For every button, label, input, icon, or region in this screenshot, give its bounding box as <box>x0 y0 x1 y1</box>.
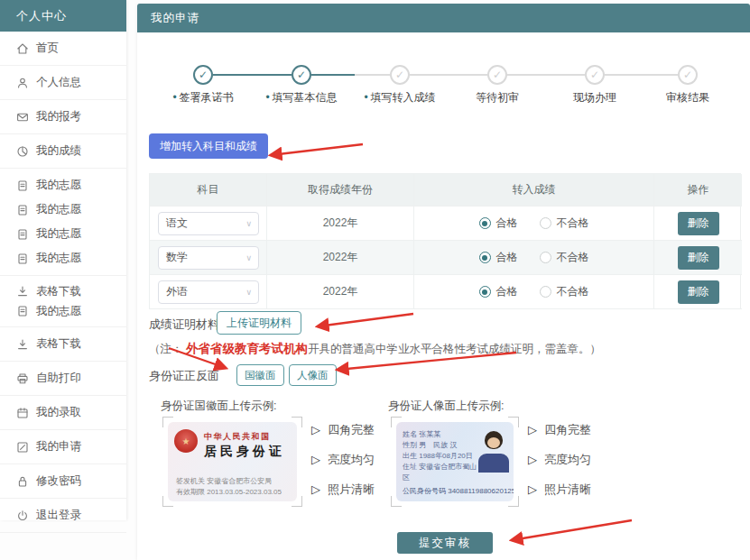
document-icon <box>16 179 29 192</box>
sidebar-wishes-group: 我的志愿 我的志愿 我的志愿 我的志愿 <box>0 169 126 276</box>
submit-review-button[interactable]: 提交审核 <box>397 532 493 554</box>
check-icon: ✓ <box>199 69 208 81</box>
radio-button-icon[interactable] <box>479 217 491 229</box>
table-cell-year: 2022年 <box>267 275 414 309</box>
upload-emblem-side-button[interactable]: 国徽面 <box>236 364 284 386</box>
step-bullet-icon: • <box>265 91 269 104</box>
step-2-circle: ✓ <box>292 65 311 85</box>
sidebar-item-admission[interactable]: 我的录取 <box>0 396 126 430</box>
radio-button-icon[interactable] <box>540 286 551 298</box>
sidebar-item-label: 我的志愿 <box>36 304 81 319</box>
sidebar-item-profile[interactable]: 个人信息 <box>0 66 126 100</box>
table-cell-year: 2022年 <box>267 241 414 275</box>
sidebar-item-label: 个人信息 <box>36 75 81 90</box>
table-cell-score: 合格 不合格 <box>414 241 654 275</box>
lock-icon <box>16 475 29 488</box>
triangle-icon: ▷ <box>528 482 537 496</box>
radio-fail[interactable]: 不合格 <box>540 216 589 231</box>
portrait-example-title: 身份证人像面上传示例: <box>388 399 504 414</box>
id-card-label: 身份证正反面 <box>149 368 219 384</box>
sidebar-item-form-download-1[interactable]: 表格下载 <box>0 281 126 301</box>
radio-fail[interactable]: 不合格 <box>540 284 589 299</box>
upload-proof-button[interactable]: 上传证明材料 <box>217 311 301 335</box>
page-title: 我的申请 <box>151 12 199 24</box>
proof-material-label: 成绩证明材料 <box>149 317 219 333</box>
step-5-label: 现场办理 <box>545 90 644 106</box>
emblem-example-title: 身份证国徽面上传示例: <box>161 399 276 414</box>
sidebar-item-label: 我的志愿 <box>36 202 81 217</box>
national-emblem-icon: ★ <box>174 429 198 453</box>
sidebar-item-scores[interactable]: 我的成绩 <box>0 134 126 169</box>
sidebar-header: 个人中心 <box>0 0 126 32</box>
table-cell-subject: 外语 ∨ <box>150 275 267 309</box>
checklist-item: ▷照片清晰 <box>311 480 375 499</box>
sidebar-item-wishes-1[interactable]: 我的志愿 <box>0 173 126 197</box>
radio-pass[interactable]: 合格 <box>479 216 518 231</box>
check-icon: ✓ <box>395 69 404 81</box>
step-connector-3 <box>410 74 487 76</box>
checklist-item: ▷四角完整 <box>311 420 375 439</box>
column-header-action: 操作 <box>654 174 742 207</box>
step-2-label: •填写基本信息 <box>252 90 351 106</box>
sidebar-item-registration[interactable]: 我的报考 <box>0 100 126 134</box>
add-subject-button[interactable]: 增加转入科目和成绩 <box>149 133 268 159</box>
portrait-example-frame: 姓名 张某某 性别 男 民族 汉 出生 1988年08月20日 住址 安徽省合肥… <box>391 417 519 507</box>
subject-select[interactable]: 数学 ∨ <box>158 246 259 270</box>
sidebar-item-home[interactable]: 首页 <box>0 32 126 66</box>
chevron-down-icon: ∨ <box>245 219 252 228</box>
subject-select[interactable]: 外语 ∨ <box>158 280 259 304</box>
pie-chart-icon <box>16 145 29 158</box>
triangle-icon: ▷ <box>528 453 537 466</box>
sidebar-item-label: 我的志愿 <box>36 251 81 266</box>
sidebar-item-wishes-4[interactable]: 我的志愿 <box>0 246 126 271</box>
sidebar-item-wishes-5[interactable]: 我的志愿 <box>0 301 126 321</box>
table-cell-subject: 语文 ∨ <box>150 207 267 241</box>
emblem-example-frame: ★ 中华人民共和国 居民身份证 签发机关 安徽省合肥市公安局 有效期限 2013… <box>162 417 302 507</box>
radio-fail[interactable]: 不合格 <box>540 250 589 265</box>
delete-button[interactable]: 删除 <box>678 212 719 235</box>
main-panel: 我的申请 ✓ ✓ ✓ ✓ ✓ ✓ •签署承诺书 •填写基本信息 •填写转入成绩 … <box>137 4 750 560</box>
delete-button[interactable]: 删除 <box>678 280 719 304</box>
sidebar-item-change-password[interactable]: 修改密码 <box>0 464 126 499</box>
step-connector-2 <box>311 74 390 76</box>
radio-button-icon[interactable] <box>540 252 551 263</box>
logout-icon <box>16 510 29 522</box>
triangle-icon: ▷ <box>528 423 537 436</box>
step-connector-4 <box>507 74 585 76</box>
id-card-back-image: ★ 中华人民共和国 居民身份证 签发机关 安徽省合肥市公安局 有效期限 2013… <box>168 422 297 501</box>
download-icon <box>16 285 29 298</box>
step-6-circle: ✓ <box>678 65 698 85</box>
sidebar-item-label: 修改密码 <box>36 473 81 489</box>
sidebar-item-form-download-2[interactable]: 表格下载 <box>0 327 126 362</box>
sidebar-item-label: 我的录取 <box>36 405 81 420</box>
delete-button[interactable]: 删除 <box>678 246 719 270</box>
sidebar-item-logout[interactable]: 退出登录 <box>0 499 126 533</box>
card-id-number: 公民身份号码 340881198806201258 <box>403 486 514 496</box>
card-country-text: 中华人民共和国 <box>204 431 271 443</box>
sidebar-item-label: 表格下载 <box>36 336 81 352</box>
sidebar-item-label: 我的志愿 <box>36 226 81 242</box>
sidebar-item-wishes-2[interactable]: 我的志愿 <box>0 197 126 222</box>
sidebar-item-wishes-3[interactable]: 我的志愿 <box>0 222 126 246</box>
radio-button-icon[interactable] <box>479 286 491 298</box>
radio-pass[interactable]: 合格 <box>479 250 518 265</box>
printer-icon <box>16 372 29 385</box>
radio-button-icon[interactable] <box>540 217 551 229</box>
sidebar-item-label: 自助打印 <box>36 371 81 386</box>
sidebar-item-self-print[interactable]: 自助打印 <box>0 362 126 396</box>
upload-portrait-side-button[interactable]: 人像面 <box>289 364 337 386</box>
arrow-submit-button <box>512 520 632 540</box>
step-1-circle: ✓ <box>193 65 213 85</box>
checklist-item: ▷四角完整 <box>528 420 591 439</box>
sidebar-item-label: 表格下载 <box>36 284 81 299</box>
note-highlight: 外省省级教育考试机构 <box>186 342 308 355</box>
radio-button-icon[interactable] <box>479 252 491 263</box>
sidebar-item-label: 我的报考 <box>36 109 81 124</box>
table-cell-subject: 数学 ∨ <box>150 241 267 275</box>
radio-pass[interactable]: 合格 <box>479 284 518 299</box>
user-icon <box>16 77 29 89</box>
subject-select[interactable]: 语文 ∨ <box>158 212 259 235</box>
sidebar-item-application[interactable]: 我的申请 <box>0 430 126 464</box>
mail-icon <box>16 111 29 124</box>
sidebar-item-label: 我的志愿 <box>36 178 81 193</box>
